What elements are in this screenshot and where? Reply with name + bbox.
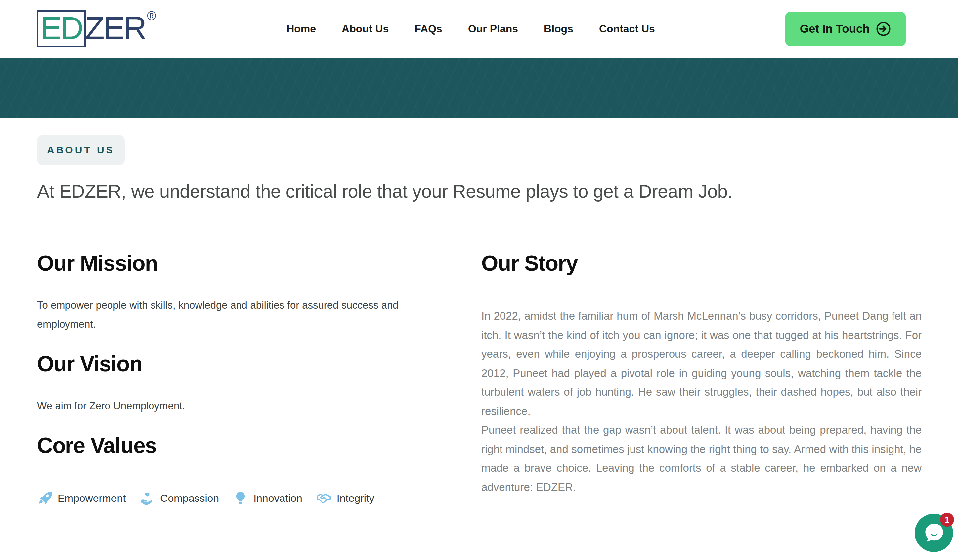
lightbulb-icon [233,490,248,506]
handshake-icon [316,490,331,506]
story-column: Our Story In 2022, amidst the familiar h… [481,252,922,506]
edzer-logo[interactable]: ED ZER ® [37,10,156,47]
story-paragraph-1: In 2022, amidst the familiar hum of Mars… [481,307,922,421]
value-innovation: Innovation [233,490,302,506]
mission-text: To empower people with skills, knowledge… [37,296,429,334]
core-values-row: Empowerment Compassion [37,490,429,506]
value-label: Integrity [337,492,374,505]
registered-trademark-icon: ® [147,9,156,23]
value-label: Innovation [254,492,302,505]
hand-heart-icon [140,490,155,506]
core-values-title: Core Values [37,434,429,456]
about-us-badge: ABOUT US [37,135,125,165]
value-label: Empowerment [57,492,126,505]
nav-item-faqs[interactable]: FAQs [414,23,442,35]
nav-item-blogs[interactable]: Blogs [544,23,573,35]
logo-text-zer: ZER [85,10,146,44]
value-empowerment: Empowerment [37,490,126,506]
nav-item-about-us[interactable]: About Us [342,23,389,35]
get-in-touch-button[interactable]: Get In Touch [785,12,906,46]
mission-vision-column: Our Mission To empower people with skill… [37,252,429,506]
page-title: At EDZER, we understand the critical rol… [37,180,922,202]
logo-text-ed: ED [37,10,86,47]
site-header: ED ZER ® Home About Us FAQs Our Plans Bl… [0,0,958,57]
vision-title: Our Vision [37,353,429,375]
hero-banner [0,57,958,119]
value-integrity: Integrity [316,490,374,506]
story-title: Our Story [481,252,922,274]
value-label: Compassion [160,492,219,505]
content-columns: Our Mission To empower people with skill… [37,252,922,506]
nav-item-home[interactable]: Home [287,23,316,35]
get-in-touch-label: Get In Touch [800,22,870,35]
chat-launcher-button[interactable]: 1 [915,514,953,552]
main-nav: Home About Us FAQs Our Plans Blogs Conta… [287,23,655,35]
chat-unread-badge: 1 [940,513,954,527]
vision-text: We aim for Zero Unemployment. [37,396,429,415]
nav-item-our-plans[interactable]: Our Plans [468,23,518,35]
nav-item-contact-us[interactable]: Contact Us [599,23,655,35]
rocket-icon [37,490,52,506]
story-text: In 2022, amidst the familiar hum of Mars… [481,307,922,497]
story-paragraph-2: Puneet realized that the gap wasn’t abou… [481,421,922,497]
value-compassion: Compassion [140,490,219,506]
mission-title: Our Mission [37,252,429,274]
arrow-right-circle-icon [876,21,891,37]
about-page-content: ABOUT US At EDZER, we understand the cri… [0,119,958,506]
